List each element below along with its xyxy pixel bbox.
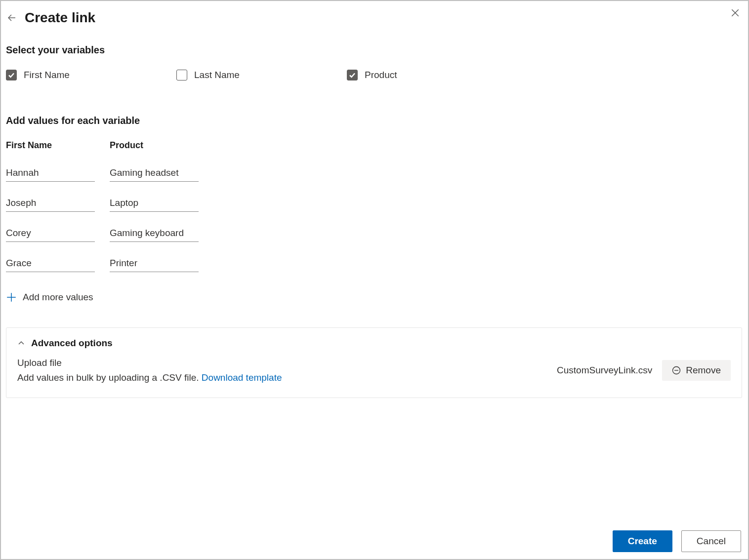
table-row	[6, 196, 743, 212]
checkbox-first-name[interactable]	[6, 70, 17, 80]
variable-label: First Name	[24, 70, 70, 80]
footer-buttons: Create Cancel	[613, 530, 741, 552]
variable-first-name: First Name	[6, 70, 176, 80]
product-input[interactable]	[110, 226, 199, 242]
first-name-input[interactable]	[6, 196, 95, 212]
checkbox-last-name[interactable]	[176, 70, 187, 80]
checkmark-icon	[7, 71, 15, 79]
add-more-values-button[interactable]: Add more values	[6, 292, 743, 303]
plus-icon	[6, 292, 17, 303]
advanced-body: Upload file Add values in bulk by upload…	[17, 356, 731, 386]
table-row	[6, 256, 743, 272]
table-row	[6, 165, 743, 182]
add-values-section: Add values for each variable First Name …	[6, 115, 743, 303]
remove-circle-icon	[672, 366, 681, 375]
cancel-button[interactable]: Cancel	[681, 530, 741, 552]
first-name-input[interactable]	[6, 165, 95, 182]
select-variables-section: Select your variables First Name Last Na…	[6, 44, 743, 80]
product-input[interactable]	[110, 165, 199, 182]
upload-text-block: Upload file Add values in bulk by upload…	[17, 356, 282, 386]
table-header-row: First Name Product	[6, 140, 743, 151]
values-table: First Name Product	[6, 140, 743, 272]
add-values-heading: Add values for each variable	[6, 115, 743, 126]
chevron-up-icon	[17, 339, 25, 347]
close-button[interactable]	[728, 6, 742, 20]
remove-file-button[interactable]: Remove	[662, 360, 731, 381]
product-input[interactable]	[110, 256, 199, 272]
upload-description: Add values in bulk by uploading a .CSV f…	[17, 372, 202, 383]
first-name-input[interactable]	[6, 226, 95, 242]
arrow-left-icon	[7, 13, 17, 23]
back-button[interactable]	[6, 12, 18, 24]
variable-product: Product	[347, 70, 517, 80]
table-row	[6, 226, 743, 242]
variable-last-name: Last Name	[176, 70, 347, 80]
create-button[interactable]: Create	[613, 530, 672, 552]
remove-label: Remove	[686, 365, 721, 376]
advanced-options-panel: Advanced options Upload file Add values …	[6, 327, 742, 398]
add-more-label: Add more values	[23, 292, 93, 303]
product-input[interactable]	[110, 196, 199, 212]
uploaded-filename: CustomSurveyLink.csv	[557, 365, 652, 376]
select-variables-heading: Select your variables	[6, 44, 743, 56]
page-title: Create link	[25, 10, 95, 26]
checkbox-product[interactable]	[347, 70, 358, 80]
close-icon	[731, 8, 740, 17]
first-name-input[interactable]	[6, 256, 95, 272]
download-template-link[interactable]: Download template	[202, 372, 282, 383]
variable-label: Product	[365, 70, 397, 80]
checkmark-icon	[348, 71, 356, 79]
advanced-options-toggle[interactable]: Advanced options	[17, 338, 731, 349]
upload-label: Upload file	[17, 356, 282, 370]
variable-label: Last Name	[194, 70, 240, 80]
panel-header: Create link	[6, 10, 743, 26]
column-header-first-name: First Name	[6, 140, 95, 151]
advanced-options-title: Advanced options	[31, 338, 113, 349]
variables-row: First Name Last Name Product	[6, 70, 743, 80]
uploaded-file-area: CustomSurveyLink.csv Remove	[557, 360, 731, 381]
column-header-product: Product	[110, 140, 199, 151]
